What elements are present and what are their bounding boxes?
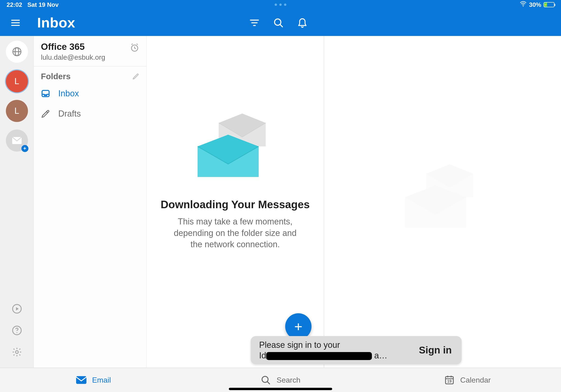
compose-button[interactable]: + [285,313,312,340]
svg-line-8 [280,24,282,27]
account-avatar-2[interactable]: L [6,100,28,122]
folder-label: Inbox [58,89,79,98]
tab-label: Search [277,376,300,384]
svg-rect-28 [76,376,86,384]
gear-icon[interactable] [12,347,22,357]
help-icon[interactable] [12,325,22,336]
svg-marker-14 [16,307,19,311]
folder-item-inbox[interactable]: Inbox [34,83,146,104]
edit-folders-icon[interactable] [132,73,139,80]
avatar-letter: L [14,76,19,86]
tab-label: Calendar [460,376,491,384]
empty-state-subtitle: This may take a few moments, depending o… [169,216,301,250]
folder-label: Drafts [58,109,81,119]
plus-badge-icon: + [21,145,28,152]
toast-message: Please sign in to your Id a… [259,340,387,361]
svg-point-16 [16,332,17,333]
reading-pane [324,36,561,368]
tab-calendar[interactable]: 19 Calendar [374,368,561,392]
app-header: Inbox [0,9,561,36]
bell-icon[interactable] [297,17,308,28]
snooze-icon[interactable] [130,43,139,52]
plus-icon: + [294,318,302,335]
avatar-letter: L [14,106,19,116]
play-icon[interactable] [12,304,22,314]
home-indicator[interactable] [229,388,332,390]
calendar-icon: 19 [444,375,454,385]
calendar-day: 19 [444,379,454,384]
inbox-icon [41,89,50,98]
svg-point-0 [523,5,524,6]
filter-icon[interactable] [249,17,260,28]
all-accounts-icon[interactable] [6,41,28,63]
sign-in-toast: Please sign in to your Id a… Sign in [251,336,462,364]
account-header[interactable]: Office 365 lulu.dale@esbuk.org [34,36,146,66]
folder-pane: Office 365 lulu.dale@esbuk.org Folders [34,36,147,368]
drafts-icon [41,109,50,119]
redacted-text [266,352,372,360]
status-bar: 22:02 Sat 19 Nov 30% ⚡ [0,0,561,9]
svg-point-17 [15,351,18,353]
sign-in-button[interactable]: Sign in [419,345,452,356]
folders-heading: Folders [41,72,70,81]
account-avatar-1[interactable]: L [6,70,28,92]
tab-label: Email [92,376,111,384]
search-icon [260,375,271,385]
wifi-icon [520,0,527,9]
message-list: Downloading Your Messages This may take … [147,36,324,368]
svg-line-30 [267,382,270,384]
main-area: L L + [0,36,561,368]
tab-email[interactable]: Email [0,368,187,392]
account-email: lulu.dale@esbuk.org [41,53,105,61]
page-title: Inbox [37,15,76,31]
multitask-dots-icon[interactable] [275,3,286,6]
folder-item-drafts[interactable]: Drafts [34,104,146,124]
search-icon[interactable] [273,17,284,28]
status-time: 22:02 [7,1,22,9]
add-account-button[interactable]: + [6,130,28,152]
menu-icon[interactable] [10,18,21,28]
battery-percent: 30% [529,1,541,9]
empty-state-illustration [198,113,273,189]
status-date: Sat 19 Nov [27,1,59,9]
account-name: Office 365 [41,42,105,52]
account-rail: L L + [0,36,34,368]
bottom-tab-bar: Email Search 19 Calendar [0,368,561,392]
empty-state-title: Downloading Your Messages [161,198,310,211]
battery-icon: ⚡ [544,2,554,7]
email-icon [76,375,86,385]
reading-pane-placeholder-icon [405,164,480,240]
